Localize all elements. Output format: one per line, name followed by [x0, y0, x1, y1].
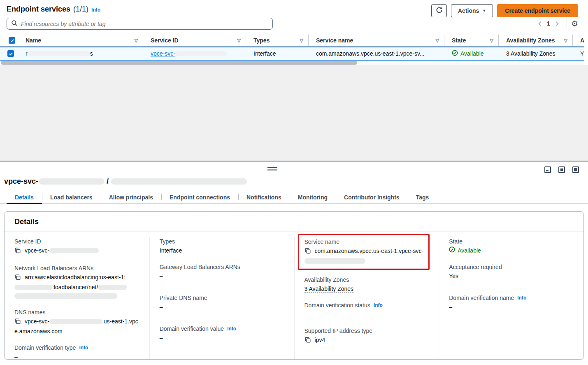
table-row[interactable]: r s vpce-svc- Interface com.amazonaws.vp… [0, 47, 584, 61]
status-badge: Available [458, 246, 481, 255]
field-domain-verification-name: Domain verification name Info – [449, 294, 574, 311]
sort-icon[interactable]: ▽ [300, 38, 303, 43]
details-column-3: Service name com.amazonaws.vpce.us-east-… [294, 237, 439, 360]
tab-endpoint-connections[interactable]: Endpoint connections [161, 191, 238, 204]
redacted-text [49, 248, 99, 253]
actions-button[interactable]: Actions ▼ [451, 4, 493, 17]
cell-types: Interface [246, 50, 309, 57]
caret-down-icon: ▼ [482, 9, 486, 13]
detail-split-panel: vpce-svc- / Details Load balancers Allow… [0, 162, 588, 365]
field-domain-verification-status: Domain verification status Info – [304, 301, 429, 319]
tab-tags[interactable]: Tags [408, 191, 437, 204]
field-domain-verification-value: Domain verification value Info – [160, 325, 284, 342]
next-page-button[interactable] [552, 18, 562, 29]
cell-service-name: com.amazonaws.vpce.us-east-1.vpce-sv... [309, 50, 444, 57]
copy-icon[interactable] [304, 248, 311, 257]
info-link[interactable]: Info [227, 325, 236, 333]
side-panel-layout-icon[interactable] [572, 166, 579, 173]
redacted-text [49, 319, 102, 324]
create-endpoint-service-button[interactable]: Create endpoint service [497, 4, 578, 17]
sort-icon[interactable]: ▽ [436, 38, 439, 43]
field-glb-arns: Gateway Load Balancers ARNs – [160, 263, 284, 281]
cell-partial: Y [573, 50, 584, 57]
gear-icon[interactable]: ⚙ [571, 20, 578, 28]
sort-icon[interactable]: ▽ [135, 38, 138, 43]
field-service-name: Service name com.amazonaws.vpce.us-east-… [304, 238, 427, 265]
service-name-highlight-box: Service name com.amazonaws.vpce.us-east-… [298, 234, 430, 270]
field-nlb-arns: Network Load Balancers ARNs arn:aws:elas… [14, 264, 139, 300]
redacted-text [28, 51, 90, 56]
column-header-service-id[interactable]: Service ID ▽ [143, 35, 246, 46]
tab-notifications[interactable]: Notifications [238, 191, 290, 204]
availability-zones-link[interactable]: 3 Availability Zones [304, 285, 354, 292]
tab-allow-principals[interactable]: Allow principals [101, 191, 161, 204]
table-header-row: Name ▽ Service ID ▽ Types ▽ Service name… [0, 35, 584, 47]
field-domain-verification-type: Domain verification type Info – [14, 344, 139, 360]
copy-icon[interactable] [304, 337, 311, 346]
scrollbar-thumb[interactable] [1, 61, 357, 65]
field-types: Types Interface [160, 237, 284, 255]
column-header-types[interactable]: Types ▽ [246, 35, 309, 46]
redacted-text [14, 293, 117, 299]
panel-title: vpce-svc- / [4, 177, 247, 186]
divider [567, 19, 567, 28]
bottom-panel-layout-icon[interactable] [544, 166, 551, 173]
field-state: State Available [449, 237, 574, 255]
actions-button-label: Actions [458, 7, 479, 14]
status-badge: Available [460, 50, 484, 57]
column-header-availability-zones[interactable]: Availability Zones ▽ [499, 35, 573, 46]
details-column-2: Types Interface Gateway Load Balancers A… [149, 237, 294, 360]
info-link[interactable]: Info [79, 344, 88, 352]
redacted-text [175, 51, 227, 56]
panel-drag-handle[interactable] [267, 167, 277, 171]
details-card: Details Service ID vpce-svc- Network Loa… [4, 211, 584, 360]
select-all-checkbox[interactable] [9, 37, 15, 44]
previous-page-button[interactable] [535, 18, 545, 29]
horizontal-scrollbar[interactable] [0, 61, 584, 65]
column-header-state[interactable]: State ▽ [444, 35, 499, 46]
page-title: Endpoint services [7, 5, 70, 14]
panel-mode-switcher [544, 166, 579, 173]
search-bar[interactable] [7, 18, 273, 30]
redacted-text [111, 178, 247, 185]
endpoint-services-table: Name ▽ Service ID ▽ Types ▽ Service name… [0, 35, 584, 61]
copy-icon[interactable] [14, 318, 21, 327]
info-link[interactable]: Info [91, 7, 100, 13]
tab-contributor-insights[interactable]: Contributor Insights [336, 191, 408, 204]
row-checkbox[interactable] [7, 50, 14, 57]
info-link[interactable]: Info [517, 294, 526, 302]
toolbar: Actions ▼ Create endpoint service [431, 4, 578, 17]
panel-tabs: Details Load balancers Allow principals … [0, 191, 588, 204]
copy-icon[interactable] [14, 247, 21, 256]
result-count: (1/1) [73, 5, 88, 14]
copy-icon[interactable] [14, 274, 21, 283]
service-id-link[interactable]: vpce-svc- [151, 50, 227, 57]
column-header-service-name[interactable]: Service name ▽ [309, 35, 444, 46]
tab-details[interactable]: Details [7, 191, 42, 204]
field-dns-names: DNS names vpce-svc-.us-east-1.vpce.amazo… [14, 308, 139, 336]
current-page[interactable]: 1 [547, 20, 550, 27]
split-panel-layout-icon[interactable] [558, 166, 565, 173]
sort-icon[interactable]: ▽ [237, 38, 241, 43]
cell-service-id: vpce-svc- [143, 50, 246, 57]
refresh-icon [436, 7, 443, 15]
refresh-button[interactable] [431, 4, 447, 17]
pagination: 1 ⚙ [535, 18, 578, 29]
cell-name: r s [18, 50, 143, 57]
status-available-icon [452, 50, 458, 57]
sort-icon[interactable]: ▽ [564, 38, 567, 43]
field-private-dns-name: Private DNS name – [160, 294, 284, 311]
info-link[interactable]: Info [374, 301, 383, 309]
column-header-name[interactable]: Name ▽ [18, 35, 143, 46]
details-column-4: State Available Acceptance required Yes [439, 237, 583, 360]
search-input[interactable] [21, 21, 268, 27]
column-header-partial[interactable]: A [573, 35, 584, 46]
details-card-heading: Details [5, 212, 583, 232]
availability-zones-link[interactable]: 3 Availability Zones [506, 50, 555, 57]
cell-availability-zones: 3 Availability Zones [499, 50, 573, 57]
tab-load-balancers[interactable]: Load balancers [42, 191, 101, 204]
status-available-icon [449, 246, 455, 255]
details-column-1: Service ID vpce-svc- Network Load Balanc… [5, 237, 149, 360]
sort-icon[interactable]: ▽ [490, 38, 493, 43]
tab-monitoring[interactable]: Monitoring [290, 191, 336, 204]
